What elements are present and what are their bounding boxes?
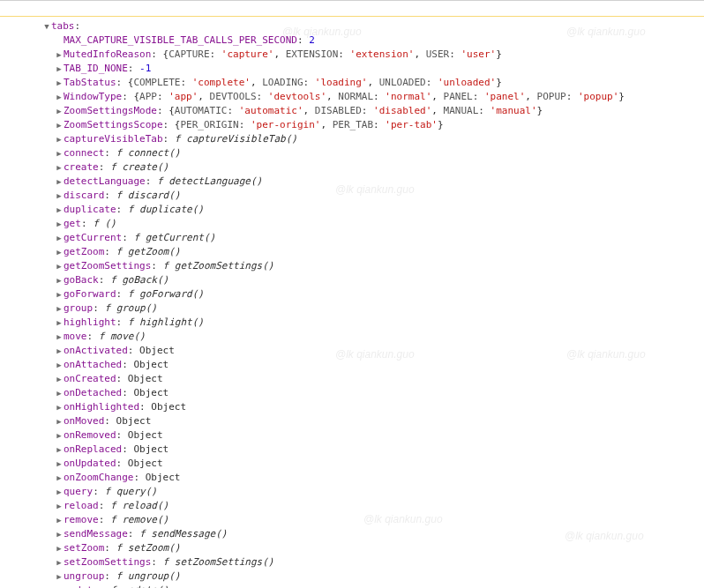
disclosure-triangle-closed-icon[interactable] <box>55 301 64 316</box>
disclosure-triangle-closed-icon[interactable] <box>55 259 64 273</box>
tree-row[interactable]: getCurrent: f getCurrent() <box>55 231 625 245</box>
tree-row[interactable]: onUpdated: Object <box>55 457 625 471</box>
disclosure-triangle-closed-icon[interactable] <box>55 245 64 259</box>
disclosure-triangle-closed-icon[interactable] <box>55 457 64 471</box>
disclosure-triangle-closed-icon[interactable] <box>55 499 64 513</box>
tree-row[interactable]: onCreated: Object <box>55 372 625 386</box>
tree-row[interactable]: create: f create() <box>55 160 625 175</box>
disclosure-triangle-closed-icon[interactable] <box>55 555 64 569</box>
object-literal: Object <box>151 401 186 413</box>
disclosure-triangle-closed-icon[interactable] <box>55 372 64 386</box>
disclosure-triangle-closed-icon[interactable] <box>55 189 64 203</box>
comma: , <box>273 48 285 60</box>
tree-row[interactable]: setZoom: f setZoom() <box>55 541 625 555</box>
colon: : <box>373 91 385 102</box>
disclosure-triangle-closed-icon[interactable] <box>55 203 64 217</box>
tree-row[interactable]: move: f move() <box>55 330 625 344</box>
disclosure-triangle-closed-icon[interactable] <box>55 485 64 499</box>
tree-row[interactable]: detectLanguage: f detectLanguage() <box>55 175 625 189</box>
tree-row[interactable]: ZoomSettingsMode: {AUTOMATIC: 'automatic… <box>55 104 625 118</box>
enum-value: 'disabled' <box>373 105 431 116</box>
tree-row[interactable]: onDetached: Object <box>55 386 625 400</box>
disclosure-triangle-closed-icon[interactable] <box>55 273 64 287</box>
colon: : <box>122 91 133 102</box>
disclosure-triangle-closed-icon[interactable] <box>55 104 64 118</box>
colon: : <box>93 302 104 314</box>
disclosure-triangle-closed-icon[interactable] <box>55 527 64 541</box>
disclosure-triangle-closed-icon[interactable] <box>55 428 64 443</box>
tree-row[interactable]: connect: f connect() <box>55 146 625 160</box>
disclosure-triangle-closed-icon[interactable] <box>55 330 64 344</box>
tree-row[interactable]: ungroup: f ungroup() <box>55 569 625 584</box>
disclosure-triangle-closed-icon[interactable] <box>55 175 64 189</box>
disclosure-triangle-closed-icon[interactable] <box>55 76 64 90</box>
property-value: -1 <box>139 63 151 74</box>
property-key: reload <box>64 500 99 511</box>
disclosure-triangle-closed-icon[interactable] <box>55 443 64 457</box>
tree-row[interactable]: TabStatus: {COMPLETE: 'complete', LOADIN… <box>55 76 625 90</box>
tree-row[interactable]: group: f group() <box>55 301 625 316</box>
tree-row[interactable]: onActivated: Object <box>55 344 625 358</box>
colon: : <box>151 260 162 272</box>
disclosure-triangle-closed-icon[interactable] <box>55 414 64 428</box>
object-tree[interactable]: tabs:MAX_CAPTURE_VISIBLE_TAB_CALLS_PER_S… <box>0 19 625 588</box>
disclosure-triangle-closed-icon[interactable] <box>55 358 64 372</box>
tree-row[interactable]: TAB_ID_NONE: -1 <box>55 62 625 76</box>
tree-row[interactable]: captureVisibleTab: f captureVisibleTab() <box>55 132 625 146</box>
object-literal: Object <box>128 458 163 469</box>
tree-row[interactable]: remove: f remove() <box>55 513 625 527</box>
tree-row[interactable]: onHighlighted: Object <box>55 400 625 414</box>
enum-key: UNLOADED <box>379 77 426 88</box>
tree-row[interactable]: highlight: f highlight() <box>55 316 625 330</box>
tree-row[interactable]: MutedInfoReason: {CAPTURE: 'capture', EX… <box>55 48 625 62</box>
disclosure-triangle-closed-icon[interactable] <box>55 160 64 175</box>
tree-row[interactable]: tabs: <box>42 19 625 33</box>
tree-row[interactable]: query: f query() <box>55 485 625 499</box>
tree-row[interactable]: update: f update() <box>55 584 625 588</box>
tree-row[interactable]: reload: f reload() <box>55 499 625 513</box>
disclosure-triangle-closed-icon[interactable] <box>55 217 64 231</box>
disclosure-triangle-closed-icon[interactable] <box>55 569 64 584</box>
colon: : <box>122 232 133 243</box>
disclosure-triangle-closed-icon[interactable] <box>55 513 64 527</box>
tree-row[interactable]: onReplaced: Object <box>55 443 625 457</box>
tree-row[interactable]: onRemoved: Object <box>55 428 625 443</box>
function-name: setZoomSettings() <box>175 556 274 568</box>
disclosure-triangle-closed-icon[interactable] <box>55 146 64 160</box>
disclosure-triangle-closed-icon[interactable] <box>55 132 64 146</box>
disclosure-triangle-closed-icon[interactable] <box>55 541 64 555</box>
disclosure-triangle-closed-icon[interactable] <box>55 316 64 330</box>
tree-row[interactable]: getZoomSettings: f getZoomSettings() <box>55 259 625 273</box>
tree-row[interactable]: sendMessage: f sendMessage() <box>55 527 625 541</box>
tree-row[interactable]: duplicate: f duplicate() <box>55 203 625 217</box>
tree-row[interactable]: WindowType: {APP: 'app', DEVTOOLS: 'devt… <box>55 90 625 104</box>
disclosure-triangle-closed-icon[interactable] <box>55 287 64 301</box>
tree-row[interactable]: onAttached: Object <box>55 358 625 372</box>
disclosure-triangle-closed-icon[interactable] <box>55 62 64 76</box>
object-literal: Object <box>133 443 169 455</box>
tree-row[interactable]: onMoved: Object <box>55 414 625 428</box>
tree-row[interactable]: get: f () <box>55 217 625 231</box>
tree-row[interactable]: ZoomSettingsScope: {PER_ORIGIN: 'per-ori… <box>55 118 625 132</box>
tree-row[interactable]: onZoomChange: Object <box>55 471 625 485</box>
colon: : <box>128 528 139 540</box>
tree-row[interactable]: MAX_CAPTURE_VISIBLE_TAB_CALLS_PER_SECOND… <box>64 33 625 48</box>
disclosure-triangle-closed-icon[interactable] <box>55 231 64 245</box>
object-literal: Object <box>146 472 181 483</box>
disclosure-triangle-closed-icon[interactable] <box>55 471 64 485</box>
disclosure-triangle-open-icon[interactable] <box>42 19 51 33</box>
disclosure-triangle-closed-icon[interactable] <box>55 386 64 400</box>
disclosure-triangle-closed-icon[interactable] <box>55 118 64 132</box>
tree-row[interactable]: setZoomSettings: f setZoomSettings() <box>55 555 625 569</box>
tree-row[interactable]: goBack: f goBack() <box>55 273 625 287</box>
function-name: remove() <box>122 514 169 525</box>
tree-row[interactable]: discard: f discard() <box>55 189 625 203</box>
disclosure-triangle-closed-icon[interactable] <box>55 48 64 62</box>
tree-row[interactable]: getZoom: f getZoom() <box>55 245 625 259</box>
disclosure-triangle-closed-icon[interactable] <box>55 584 64 588</box>
disclosure-triangle-closed-icon[interactable] <box>55 344 64 358</box>
colon: : <box>157 91 169 102</box>
tree-row[interactable]: goForward: f goForward() <box>55 287 625 301</box>
disclosure-triangle-closed-icon[interactable] <box>55 90 64 104</box>
disclosure-triangle-closed-icon[interactable] <box>55 400 64 414</box>
